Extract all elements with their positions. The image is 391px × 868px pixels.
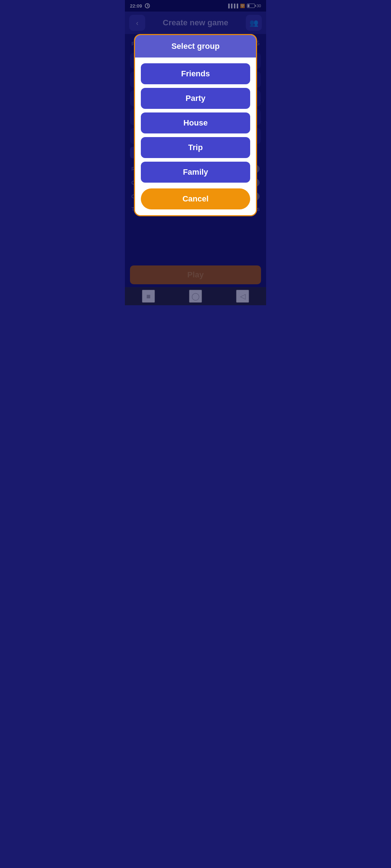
modal-footer: Cancel — [135, 183, 256, 215]
modal-title: Select group — [171, 42, 219, 51]
cancel-button[interactable]: Cancel — [141, 188, 250, 209]
select-group-modal: Select group Friends Party House Trip Fa… — [134, 34, 257, 216]
modal-overlay[interactable]: Select group Friends Party House Trip Fa… — [125, 0, 266, 305]
group-family-button[interactable]: Family — [141, 162, 250, 183]
group-friends-button[interactable]: Friends — [141, 63, 250, 84]
group-house-button[interactable]: House — [141, 112, 250, 133]
modal-header: Select group — [135, 35, 256, 58]
modal-body: Friends Party House Trip Family — [135, 58, 256, 183]
group-party-button[interactable]: Party — [141, 88, 250, 109]
group-trip-button[interactable]: Trip — [141, 137, 250, 158]
